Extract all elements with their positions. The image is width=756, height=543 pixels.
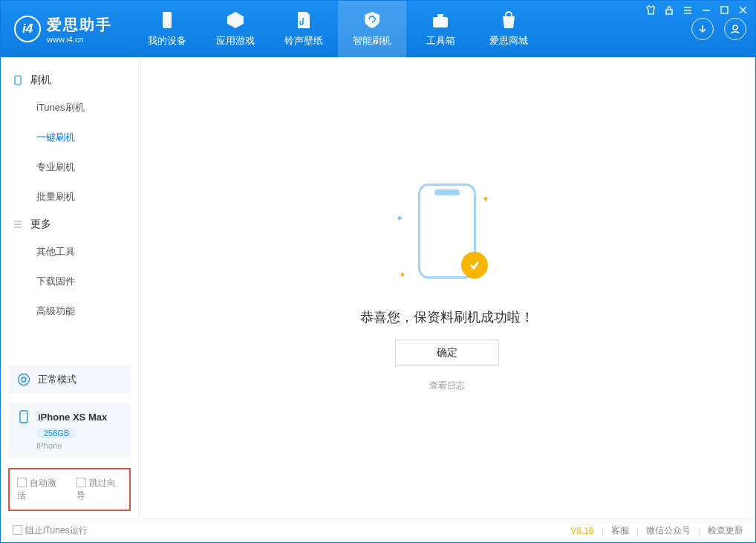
window-controls bbox=[645, 5, 748, 17]
shield-sync-icon bbox=[362, 10, 382, 30]
nav-label: 智能刷机 bbox=[353, 34, 391, 48]
support-link[interactable]: 客服 bbox=[611, 524, 629, 537]
download-icon bbox=[697, 23, 708, 35]
checkbox-icon bbox=[17, 478, 27, 487]
check-badge-icon bbox=[461, 252, 488, 279]
sidebar-item-pro-flash[interactable]: 专业刷机 bbox=[1, 152, 138, 182]
logo-icon: i4 bbox=[14, 16, 41, 42]
device-type: iPhone bbox=[36, 441, 122, 450]
mode-label: 正常模式 bbox=[38, 373, 76, 386]
nav-ringtones-wallpapers[interactable]: 铃声壁纸 bbox=[270, 1, 338, 57]
phone-icon bbox=[17, 410, 30, 423]
sidebar-item-other-tools[interactable]: 其他工具 bbox=[1, 237, 138, 267]
device-capacity: 256GB bbox=[36, 428, 76, 438]
toolbox-icon bbox=[431, 10, 450, 30]
account-button[interactable] bbox=[724, 18, 746, 40]
sidebar: 刷机 iTunes刷机 一键刷机 专业刷机 批量刷机 更多 其他工具 下载固件 … bbox=[1, 57, 139, 518]
download-button[interactable] bbox=[691, 18, 714, 40]
app-header: i4 爱思助手 www.i4.cn 我的设备 应用游戏 铃声壁纸 智能刷机 工具… bbox=[1, 1, 755, 57]
nav-label: 应用游戏 bbox=[216, 34, 255, 48]
skip-guide-checkbox[interactable]: 跳过向导 bbox=[76, 477, 123, 502]
sidebar-group-label: 更多 bbox=[30, 218, 51, 231]
nav-smart-flash[interactable]: 智能刷机 bbox=[338, 1, 406, 57]
svg-rect-4 bbox=[666, 10, 672, 14]
sidebar-item-advanced[interactable]: 高级功能 bbox=[1, 296, 138, 326]
maximize-button[interactable] bbox=[720, 5, 729, 17]
cube-icon bbox=[226, 10, 245, 30]
svg-rect-5 bbox=[721, 7, 728, 13]
user-icon bbox=[729, 23, 741, 35]
shirt-icon[interactable] bbox=[645, 5, 655, 17]
sidebar-item-itunes-flash[interactable]: iTunes刷机 bbox=[1, 93, 138, 123]
header-right bbox=[691, 18, 746, 40]
sidebar-item-batch-flash[interactable]: 批量刷机 bbox=[1, 182, 138, 212]
nav-toolbox[interactable]: 工具箱 bbox=[406, 1, 475, 57]
success-illustration: ✦ ✦ ✦ bbox=[391, 183, 503, 295]
wechat-link[interactable]: 微信公众号 bbox=[646, 524, 691, 537]
version-label: V8.16 bbox=[570, 526, 593, 536]
sparkle-icon: ✦ bbox=[396, 213, 403, 224]
checkbox-icon bbox=[13, 525, 22, 535]
nav-label: 工具箱 bbox=[426, 34, 455, 48]
check-update-link[interactable]: 检查更新 bbox=[708, 524, 743, 537]
app-body: 刷机 iTunes刷机 一键刷机 专业刷机 批量刷机 更多 其他工具 下载固件 … bbox=[1, 57, 755, 518]
bag-icon bbox=[499, 10, 518, 30]
checkbox-label: 阻止iTunes运行 bbox=[25, 525, 88, 536]
nav-my-device[interactable]: 我的设备 bbox=[133, 1, 201, 57]
svg-rect-8 bbox=[20, 411, 27, 423]
svg-rect-1 bbox=[433, 17, 448, 27]
nav-label: 我的设备 bbox=[148, 34, 186, 48]
phone-icon bbox=[13, 75, 23, 85]
device-panel[interactable]: iPhone XS Max 256GB iPhone bbox=[8, 403, 131, 458]
flash-options-box: 自动激活 跳过向导 bbox=[8, 468, 131, 511]
close-button[interactable] bbox=[738, 5, 748, 17]
nav-apps-games[interactable]: 应用游戏 bbox=[201, 1, 270, 57]
ok-button[interactable]: 确定 bbox=[395, 339, 499, 366]
sparkle-icon: ✦ bbox=[482, 194, 489, 204]
svg-point-3 bbox=[733, 25, 737, 30]
lock-icon[interactable] bbox=[664, 5, 674, 17]
brand-name: 爱思助手 bbox=[47, 15, 112, 35]
nav-label: 铃声壁纸 bbox=[284, 34, 323, 48]
checkbox-icon bbox=[76, 478, 86, 487]
menu-icon[interactable] bbox=[682, 5, 692, 17]
device-mode-panel[interactable]: 正常模式 bbox=[8, 365, 131, 394]
logo-text: 爱思助手 www.i4.cn bbox=[47, 15, 112, 44]
device-name: iPhone XS Max bbox=[38, 412, 107, 423]
sync-icon bbox=[17, 373, 30, 386]
nav-store[interactable]: 爱思商城 bbox=[475, 1, 543, 57]
sparkle-icon: ✦ bbox=[399, 270, 406, 280]
block-itunes-checkbox[interactable]: 阻止iTunes运行 bbox=[13, 524, 88, 537]
nav-label: 爱思商城 bbox=[489, 34, 528, 48]
sidebar-group-flash: 刷机 bbox=[1, 68, 138, 93]
device-icon bbox=[157, 10, 177, 30]
svg-rect-0 bbox=[163, 12, 172, 28]
brand-url: www.i4.cn bbox=[47, 35, 112, 44]
svg-rect-6 bbox=[15, 76, 21, 85]
auto-activate-checkbox[interactable]: 自动激活 bbox=[17, 477, 63, 502]
svg-point-7 bbox=[19, 374, 30, 386]
app-logo: i4 爱思助手 www.i4.cn bbox=[14, 15, 112, 44]
minimize-button[interactable] bbox=[701, 5, 711, 17]
svg-rect-2 bbox=[437, 14, 443, 17]
music-file-icon bbox=[294, 10, 313, 30]
status-bar: 阻止iTunes运行 V8.16 | 客服 | 微信公众号 | 检查更新 bbox=[1, 518, 755, 542]
sidebar-group-label: 刷机 bbox=[30, 74, 51, 87]
result-headline: 恭喜您，保资料刷机成功啦！ bbox=[360, 308, 534, 326]
sidebar-group-more: 更多 bbox=[1, 212, 138, 237]
sidebar-item-download-firmware[interactable]: 下载固件 bbox=[1, 267, 138, 296]
list-icon bbox=[13, 219, 23, 230]
view-log-link[interactable]: 查看日志 bbox=[429, 380, 465, 392]
sidebar-item-one-key-flash[interactable]: 一键刷机 bbox=[1, 123, 138, 152]
main-content: ✦ ✦ ✦ 恭喜您，保资料刷机成功啦！ 确定 查看日志 bbox=[139, 57, 755, 518]
top-nav: 我的设备 应用游戏 铃声壁纸 智能刷机 工具箱 爱思商城 bbox=[133, 1, 543, 57]
